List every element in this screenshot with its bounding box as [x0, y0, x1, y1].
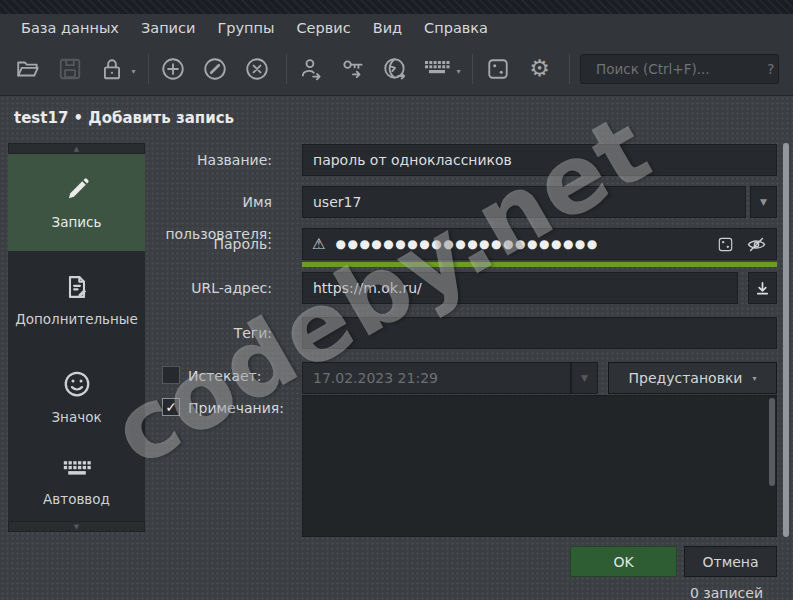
title-label: Название: [140, 144, 272, 176]
sidebar-item-label: Дополнительные [15, 311, 138, 327]
tags-label: Теги: [140, 317, 272, 349]
presets-button[interactable]: Предустановки ▾ [608, 362, 777, 394]
app-window: База данных Записи Группы Сервис Вид Спр… [0, 0, 793, 600]
settings-icon[interactable]: ⚙ [525, 52, 554, 86]
tags-field[interactable] [302, 317, 777, 349]
delete-entry-icon[interactable] [242, 52, 271, 86]
category-sidebar: ▲ Запись Дополнительные Значок Автоввод [8, 143, 145, 533]
sidebar-scroll-down[interactable]: ▼ [8, 521, 145, 532]
sidebar-item-advanced[interactable]: Дополнительные [8, 251, 145, 348]
username-input[interactable] [303, 194, 745, 210]
password-label: Пароль: [140, 228, 272, 260]
search-box[interactable]: ? [580, 54, 779, 84]
sidebar-item-label: Запись [52, 214, 102, 230]
tags-input[interactable] [303, 325, 776, 341]
new-entry-icon[interactable] [159, 52, 188, 86]
autotype-dropdown-caret-icon[interactable]: ▾ [456, 67, 460, 76]
search-input[interactable] [596, 61, 767, 77]
title-input[interactable] [303, 152, 776, 168]
autotype-icon[interactable] [423, 52, 452, 86]
search-help-icon[interactable]: ? [767, 61, 774, 77]
presets-button-label: Предустановки [629, 370, 743, 386]
password-field[interactable]: ⚠ ●●●●●●●●●●●●●●●●●●●●●● [302, 228, 777, 260]
sidebar-item-entry[interactable]: Запись [8, 154, 145, 251]
chevron-down-icon: ▼ [760, 197, 767, 207]
save-database-icon [56, 52, 85, 86]
generate-password-icon[interactable] [717, 236, 734, 253]
toolbar: ▾ ▾ ⚙ [0, 42, 793, 96]
pencil-icon [63, 176, 91, 204]
password-generator-icon[interactable] [483, 52, 512, 86]
scroll-up-icon: ▲ [74, 145, 79, 153]
scroll-down-icon: ▼ [74, 523, 79, 531]
menu-groups[interactable]: Группы [206, 14, 285, 42]
sidebar-item-label: Значок [51, 409, 101, 425]
lock-databases-icon[interactable] [98, 52, 127, 86]
expires-checkbox[interactable] [162, 366, 180, 384]
edit-entry-icon[interactable] [200, 52, 229, 86]
password-masked-value[interactable]: ●●●●●●●●●●●●●●●●●●●●●● [335, 237, 717, 251]
url-input[interactable] [303, 280, 737, 296]
toggle-password-visibility-icon[interactable] [746, 236, 767, 253]
menu-database[interactable]: База данных [10, 14, 130, 42]
expires-label: Истекает: [188, 368, 261, 384]
add-entry-dialog: test17 • Добавить запись ▲ Запись Дополн… [0, 96, 793, 600]
smiley-icon [62, 369, 92, 399]
window-top-strip [0, 0, 793, 14]
notes-textarea[interactable] [303, 396, 776, 536]
copy-username-icon[interactable] [297, 52, 326, 86]
username-field[interactable] [302, 186, 746, 218]
sidebar-item-icon[interactable]: Значок [8, 348, 145, 445]
lock-dropdown-caret-icon[interactable]: ▾ [132, 67, 136, 76]
cancel-button[interactable]: Отмена [684, 546, 777, 577]
open-url-icon[interactable] [381, 52, 410, 86]
menu-entries[interactable]: Записи [130, 14, 206, 42]
sidebar-item-autotype[interactable]: Автоввод [8, 445, 145, 521]
notes-scrollbar[interactable] [769, 398, 775, 486]
url-label: URL-адрес: [140, 272, 272, 304]
toolbar-separator [569, 54, 570, 84]
notes-field[interactable] [302, 395, 777, 537]
download-favicon-button[interactable] [748, 272, 777, 304]
notes-checkbox[interactable]: ✓ [162, 398, 180, 416]
expires-datetime-field: 17.02.2023 21:29 [302, 362, 571, 394]
username-dropdown-button[interactable]: ▼ [750, 186, 777, 218]
expires-dropdown-button: ▼ [571, 362, 598, 394]
toolbar-separator [472, 54, 473, 84]
menu-view[interactable]: Вид [362, 14, 413, 42]
warning-icon: ⚠ [312, 235, 325, 253]
dialog-scrollbar[interactable] [783, 143, 789, 537]
gear-icon: ⚙ [529, 57, 550, 80]
expires-datetime-value: 17.02.2023 21:29 [303, 370, 448, 386]
copy-password-icon[interactable] [339, 52, 368, 86]
open-database-icon[interactable] [14, 52, 43, 86]
toolbar-separator [148, 54, 149, 84]
title-field[interactable] [302, 144, 777, 176]
entry-count-status: 0 записей [690, 585, 763, 600]
keyboard-icon [61, 459, 93, 481]
document-edit-icon [63, 273, 91, 301]
chevron-down-icon: ▼ [581, 373, 588, 383]
chevron-down-icon: ▾ [752, 374, 756, 383]
ok-button[interactable]: OK [570, 546, 677, 577]
url-field[interactable] [302, 272, 738, 304]
dialog-title: test17 • Добавить запись [14, 109, 234, 127]
sidebar-item-label: Автоввод [43, 491, 110, 507]
menu-help[interactable]: Справка [413, 14, 499, 42]
toolbar-separator [286, 54, 287, 84]
notes-label: Примечания: [188, 400, 284, 416]
password-strength-bar [302, 262, 777, 267]
sidebar-scroll-up[interactable]: ▲ [8, 143, 145, 154]
menu-tools[interactable]: Сервис [285, 14, 361, 42]
download-icon [755, 281, 770, 296]
menubar: База данных Записи Группы Сервис Вид Спр… [0, 14, 793, 42]
check-icon: ✓ [165, 400, 177, 414]
